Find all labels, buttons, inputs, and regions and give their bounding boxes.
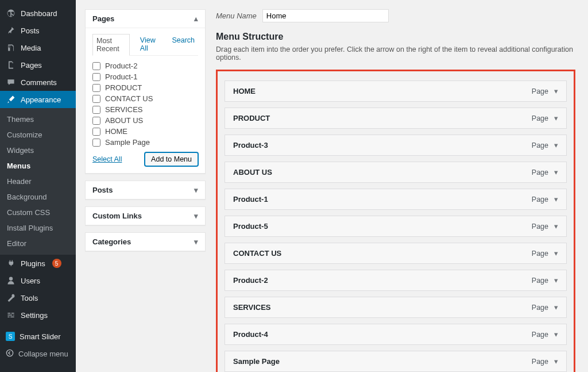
submenu-item-customize[interactable]: Customize <box>0 127 76 143</box>
submenu-item-installplugins[interactable]: Install Plugins <box>0 220 76 236</box>
page-checkbox[interactable] <box>92 62 100 70</box>
menu-item[interactable]: Product-4Page▾ <box>225 324 567 345</box>
chevron-up-icon: ▴ <box>194 14 198 23</box>
page-checklist-label: ABOUT US <box>105 116 143 125</box>
sidebar-label: Appearance <box>21 95 61 104</box>
menu-item-expand-icon[interactable]: ▾ <box>554 87 558 95</box>
page-checklist-row[interactable]: SERVICES <box>92 104 198 115</box>
select-all-link[interactable]: Select All <box>92 155 122 163</box>
sidebar-item-posts[interactable]: Posts <box>0 22 76 39</box>
page-checklist-label: Product-1 <box>105 72 137 81</box>
metabox-pages-toggle[interactable]: Pages ▴ <box>86 10 205 28</box>
menu-item[interactable]: Product-2Page▾ <box>225 270 567 291</box>
page-checklist-row[interactable]: Product-1 <box>92 71 198 82</box>
menu-item[interactable]: Sample PagePage▾ <box>225 351 567 372</box>
submenu-item-background[interactable]: Background <box>0 189 76 205</box>
page-checkbox[interactable] <box>92 128 100 136</box>
menu-item-meta: Page▾ <box>532 87 558 95</box>
sidebar-item-media[interactable]: Media <box>0 39 76 56</box>
tab-most-recent[interactable]: Most Recent <box>92 34 130 56</box>
sidebar-item-smartslider[interactable]: S Smart Slider <box>0 328 76 344</box>
sidebar-item-settings[interactable]: Settings <box>0 306 76 324</box>
comment-icon <box>6 77 16 87</box>
plug-icon <box>6 258 16 269</box>
menu-item-expand-icon[interactable]: ▾ <box>554 141 558 149</box>
page-checklist-row[interactable]: Product-2 <box>92 60 198 71</box>
menu-item[interactable]: ABOUT USPage▾ <box>225 162 567 183</box>
page-checkbox[interactable] <box>92 84 100 92</box>
submenu-item-editor[interactable]: Editor <box>0 236 76 251</box>
menu-item-expand-icon[interactable]: ▾ <box>554 303 558 312</box>
page-checkbox[interactable] <box>92 73 100 81</box>
menu-item-label: Product-1 <box>233 195 268 204</box>
page-checklist-row[interactable]: Sample Page <box>92 137 198 148</box>
menu-item-type: Page <box>532 168 548 177</box>
page-checklist-row[interactable]: PRODUCT <box>92 82 198 93</box>
pages-tabs: Most Recent View All Search <box>92 34 198 56</box>
tab-view-all[interactable]: View All <box>137 34 162 55</box>
menu-item[interactable]: PRODUCTPage▾ <box>225 108 567 129</box>
sidebar-item-plugins[interactable]: Plugins 5 <box>0 255 76 272</box>
menu-item-label: Sample Page <box>233 357 280 366</box>
menu-item-expand-icon[interactable]: ▾ <box>554 357 558 366</box>
page-checkbox[interactable] <box>92 95 100 103</box>
menu-item-meta: Page▾ <box>532 195 558 204</box>
menu-name-row: Menu Name <box>216 9 575 22</box>
plugins-update-badge: 5 <box>52 259 61 268</box>
add-to-menu-button[interactable]: Add to Menu <box>145 152 198 166</box>
collapse-menu-button[interactable]: Collapse menu <box>0 344 76 363</box>
sidebar-item-appearance[interactable]: Appearance <box>0 91 76 108</box>
menu-name-input[interactable] <box>262 9 389 22</box>
submenu-item-customcss[interactable]: Custom CSS <box>0 205 76 220</box>
submenu-item-widgets[interactable]: Widgets <box>0 143 76 158</box>
menu-item[interactable]: Product-1Page▾ <box>225 189 567 210</box>
page-checklist-label: HOME <box>105 127 127 136</box>
menu-structure-help: Drag each item into the order you prefer… <box>216 45 575 62</box>
submenu-item-menus[interactable]: Menus <box>0 158 76 174</box>
page-checkbox[interactable] <box>92 139 100 147</box>
add-items-column: Pages ▴ Most Recent View All Search Prod… <box>85 0 206 372</box>
menu-item-expand-icon[interactable]: ▾ <box>554 222 558 231</box>
sidebar-item-dashboard[interactable]: Dashboard <box>0 5 76 22</box>
sidebar-item-pages[interactable]: Pages <box>0 56 76 74</box>
menu-item-expand-icon[interactable]: ▾ <box>554 195 558 204</box>
submenu-item-themes[interactable]: Themes <box>0 112 76 127</box>
menu-item[interactable]: SERVICESPage▾ <box>225 297 567 318</box>
menu-item[interactable]: HOMEPage▾ <box>225 80 567 102</box>
sidebar-item-users[interactable]: Users <box>0 272 76 289</box>
page-checkbox[interactable] <box>92 117 100 125</box>
collapse-icon <box>6 349 14 359</box>
page-checklist-row[interactable]: ABOUT US <box>92 115 198 126</box>
pages-checklist[interactable]: Product-2Product-1PRODUCTCONTACT USSERVI… <box>92 60 198 148</box>
page-checklist-label: PRODUCT <box>105 83 142 92</box>
menu-item[interactable]: CONTACT USPage▾ <box>225 243 567 264</box>
page-checklist-row[interactable]: HOME <box>92 126 198 137</box>
menu-item-expand-icon[interactable]: ▾ <box>554 330 558 339</box>
sidebar-label: Settings <box>21 311 48 320</box>
sidebar-label: Posts <box>21 26 40 35</box>
metabox-custom-links-toggle[interactable]: Custom Links ▾ <box>86 207 205 225</box>
menu-item-label: Product-2 <box>233 276 268 285</box>
page-checklist-row[interactable]: CONTACT US <box>92 93 198 104</box>
metabox-pages: Pages ▴ Most Recent View All Search Prod… <box>85 9 206 174</box>
menu-item-type: Page <box>532 250 548 258</box>
sidebar-label: Tools <box>21 294 38 302</box>
tab-search[interactable]: Search <box>168 34 198 55</box>
sidebar-item-comments[interactable]: Comments <box>0 74 76 91</box>
menu-item-expand-icon[interactable]: ▾ <box>554 168 558 177</box>
menu-item[interactable]: Product-3Page▾ <box>225 135 567 156</box>
menu-item-expand-icon[interactable]: ▾ <box>554 114 558 122</box>
page-icon <box>6 60 16 70</box>
metabox-posts-toggle[interactable]: Posts ▾ <box>86 181 205 199</box>
sidebar-label: Users <box>21 277 40 285</box>
sidebar-item-tools[interactable]: Tools <box>0 289 76 306</box>
submenu-item-header[interactable]: Header <box>0 174 76 189</box>
menu-item[interactable]: Product-5Page▾ <box>225 216 567 237</box>
menu-item-expand-icon[interactable]: ▾ <box>554 276 558 285</box>
page-checklist-label: SERVICES <box>105 105 143 114</box>
page-checkbox[interactable] <box>92 106 100 114</box>
menu-item-meta: Page▾ <box>532 276 558 285</box>
menu-item-type: Page <box>532 304 548 312</box>
menu-item-expand-icon[interactable]: ▾ <box>554 249 558 258</box>
metabox-categories-toggle[interactable]: Categories ▾ <box>86 233 205 251</box>
